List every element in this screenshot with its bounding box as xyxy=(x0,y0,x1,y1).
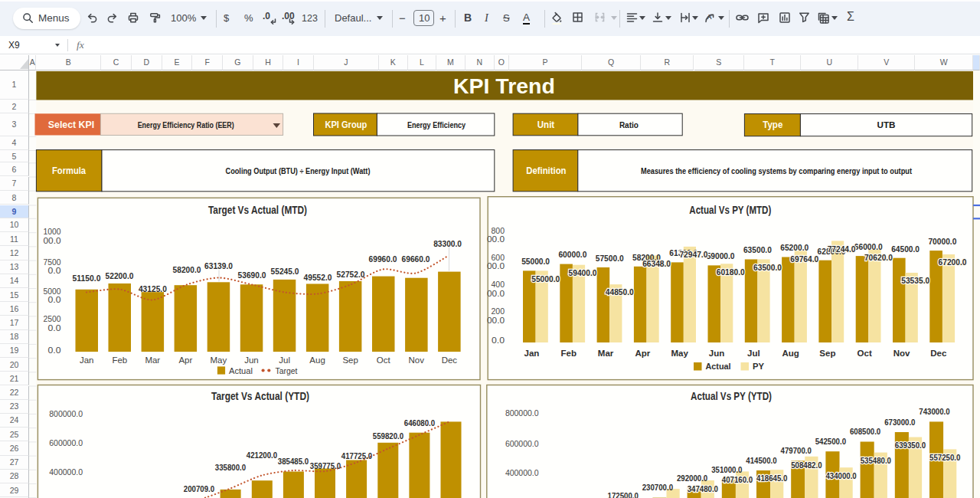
svg-text:608500.0: 608500.0 xyxy=(850,427,880,436)
svg-text:63500.0: 63500.0 xyxy=(743,245,772,254)
svg-text:60000.0: 60000.0 xyxy=(558,250,586,259)
svg-text:UTB: UTB xyxy=(877,120,896,129)
svg-text:421200.0: 421200.0 xyxy=(247,450,277,459)
svg-text:Actual Vs PY (YTD): Actual Vs PY (YTD) xyxy=(691,389,772,401)
svg-text:Jun: Jun xyxy=(244,355,259,364)
svg-text:Aug: Aug xyxy=(782,349,799,358)
svg-text:172500.0: 172500.0 xyxy=(608,491,639,498)
svg-text:800: 800 xyxy=(492,225,505,234)
svg-text:Unit: Unit xyxy=(537,119,554,129)
svg-text:May: May xyxy=(211,355,227,364)
svg-text:66348.0: 66348.0 xyxy=(642,258,671,267)
svg-text:Select KPI: Select KPI xyxy=(48,119,95,129)
svg-text:A: A xyxy=(707,13,712,21)
svg-text:57500.0: 57500.0 xyxy=(596,253,624,262)
svg-text:400000.0: 400000.0 xyxy=(505,467,539,477)
svg-text:600000.0: 600000.0 xyxy=(49,437,83,447)
svg-text:0.0: 0.0 xyxy=(48,266,61,275)
svg-text:479700.0: 479700.0 xyxy=(781,445,812,454)
svg-text:PY: PY xyxy=(753,361,764,372)
svg-text:230700.0: 230700.0 xyxy=(642,483,673,492)
svg-text:351000.0: 351000.0 xyxy=(711,464,742,473)
svg-text:00.0: 00.0 xyxy=(487,288,505,297)
svg-text:67200.0: 67200.0 xyxy=(939,257,967,267)
svg-text:7500: 7500 xyxy=(44,257,61,266)
svg-text:Target: Target xyxy=(276,365,299,375)
svg-text:400: 400 xyxy=(492,280,505,289)
svg-text:70000.0: 70000.0 xyxy=(928,236,956,245)
svg-text:Actual Vs PY (MTD): Actual Vs PY (MTD) xyxy=(689,203,771,215)
svg-text:559820.0: 559820.0 xyxy=(373,431,403,441)
svg-text:347480.0: 347480.0 xyxy=(688,483,718,493)
svg-text:Apr: Apr xyxy=(178,355,192,364)
svg-text:0.0: 0.0 xyxy=(492,336,505,345)
svg-text:Type: Type xyxy=(763,120,782,130)
svg-text:60180.0: 60180.0 xyxy=(717,267,745,276)
svg-text:52200.0: 52200.0 xyxy=(106,270,134,280)
svg-text:59400.0: 59400.0 xyxy=(569,267,597,277)
svg-text:407160.0: 407160.0 xyxy=(722,475,753,484)
svg-text:418645.0: 418645.0 xyxy=(756,473,787,483)
svg-text:Aug: Aug xyxy=(309,355,325,364)
svg-text:417725.0: 417725.0 xyxy=(341,450,372,460)
svg-text:Nov: Nov xyxy=(409,355,425,364)
svg-text:200: 200 xyxy=(492,306,505,316)
svg-text:646080.0: 646080.0 xyxy=(404,418,435,428)
svg-text:44850.0: 44850.0 xyxy=(606,287,634,297)
svg-text:55245.0: 55245.0 xyxy=(271,267,299,276)
svg-text:800000.0: 800000.0 xyxy=(49,409,83,418)
svg-text:743000.0: 743000.0 xyxy=(919,406,949,415)
svg-text:Target Vs Actual (MTD): Target Vs Actual (MTD) xyxy=(208,203,307,215)
svg-text:55000.0: 55000.0 xyxy=(521,257,550,266)
svg-text:2500: 2500 xyxy=(44,314,61,323)
svg-text:Mar: Mar xyxy=(145,355,160,364)
svg-text:Oct: Oct xyxy=(377,355,391,364)
svg-text:Jul: Jul xyxy=(279,355,290,364)
svg-text:65200.0: 65200.0 xyxy=(780,243,808,252)
svg-text:Sep: Sep xyxy=(819,349,835,358)
svg-text:00.0: 00.0 xyxy=(44,235,61,244)
svg-text:5000: 5000 xyxy=(44,286,61,295)
svg-text:1000: 1000 xyxy=(44,227,61,236)
svg-text:Definition: Definition xyxy=(526,165,566,175)
svg-text:00.0: 00.0 xyxy=(487,261,505,270)
svg-text:Mar: Mar xyxy=(598,349,614,358)
svg-text:Actual: Actual xyxy=(706,361,731,372)
svg-text:72947.0: 72947.0 xyxy=(679,250,707,259)
svg-text:600: 600 xyxy=(492,252,505,261)
svg-text:0.0: 0.0 xyxy=(48,295,61,304)
svg-text:00.0: 00.0 xyxy=(487,234,505,244)
svg-text:58200.0: 58200.0 xyxy=(173,265,201,274)
svg-text:49552.0: 49552.0 xyxy=(304,272,332,281)
svg-text:Cooling Output (BTU) ÷ Energy: Cooling Output (BTU) ÷ Energy Input (Wat… xyxy=(226,165,371,175)
svg-text:Measures the efficiency of coo: Measures the efficiency of cooling syste… xyxy=(641,165,912,175)
svg-text:55000.0: 55000.0 xyxy=(531,274,560,283)
svg-text:Ratio: Ratio xyxy=(619,119,639,129)
svg-text:Dec: Dec xyxy=(930,349,947,358)
svg-text:600000.0: 600000.0 xyxy=(505,438,539,447)
svg-text:Jan: Jan xyxy=(80,355,94,364)
svg-text:53690.0: 53690.0 xyxy=(238,270,266,279)
svg-text:63500.0: 63500.0 xyxy=(753,262,782,271)
svg-text:83300.0: 83300.0 xyxy=(433,238,462,247)
svg-text:69660.0: 69660.0 xyxy=(402,254,430,264)
svg-text:673000.0: 673000.0 xyxy=(884,417,915,426)
svg-text:Feb: Feb xyxy=(561,349,577,358)
svg-text:Sep: Sep xyxy=(342,355,358,364)
svg-text:800000.0: 800000.0 xyxy=(505,408,539,418)
svg-text:43125.0: 43125.0 xyxy=(139,283,167,293)
svg-text:KPI Group: KPI Group xyxy=(325,119,367,129)
svg-text:00.0: 00.0 xyxy=(487,315,505,324)
svg-text:69764.0: 69764.0 xyxy=(790,254,818,263)
svg-text:53535.0: 53535.0 xyxy=(901,276,929,285)
svg-text:400000.0: 400000.0 xyxy=(49,467,83,477)
svg-text:0.0: 0.0 xyxy=(48,346,61,355)
svg-text:64500.0: 64500.0 xyxy=(891,244,920,253)
svg-text:May: May xyxy=(671,349,689,358)
svg-text:66000.0: 66000.0 xyxy=(854,241,883,251)
svg-text:Jun: Jun xyxy=(709,349,724,358)
svg-text:Oct: Oct xyxy=(858,349,872,358)
svg-text:Energy Efficiency Ratio (EER): Energy Efficiency Ratio (EER) xyxy=(138,119,234,129)
svg-text:63139.0: 63139.0 xyxy=(204,260,233,270)
svg-text:Formula: Formula xyxy=(52,165,86,175)
